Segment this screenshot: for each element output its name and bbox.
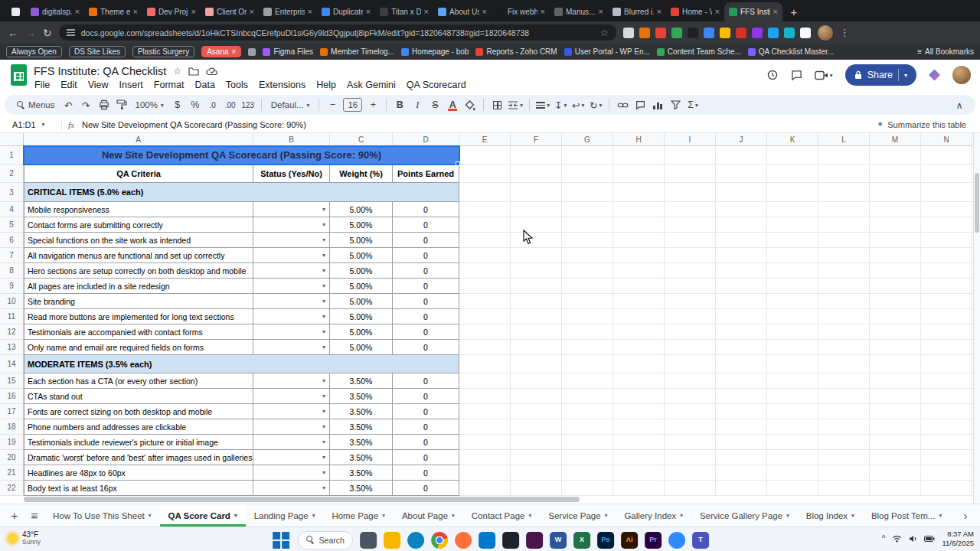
extension-icon[interactable] bbox=[784, 28, 795, 38]
row-header[interactable]: 8 bbox=[0, 263, 24, 279]
tab-group-chip[interactable]: DS Site Likes bbox=[69, 46, 126, 57]
tab-group-chip[interactable]: Plastic Surgery bbox=[132, 46, 194, 57]
url-bar[interactable]: docs.google.com/spreadsheets/d/1oHkCTSIn… bbox=[59, 24, 616, 41]
criteria-cell[interactable]: Mobile responsiveness bbox=[24, 202, 253, 217]
dropdown-arrow-icon[interactable]: ▾ bbox=[322, 439, 325, 445]
points-cell[interactable]: 0 bbox=[393, 263, 459, 279]
taskbar-app-zoom[interactable] bbox=[668, 532, 685, 549]
status-cell[interactable]: ▾ bbox=[253, 217, 330, 233]
share-dropdown-icon[interactable]: ▾ bbox=[904, 72, 907, 79]
browser-tab[interactable]: Titan x Di...× bbox=[375, 2, 433, 21]
sheet-tab[interactable]: Landing Page▾ bbox=[246, 504, 324, 527]
points-cell[interactable]: 0 bbox=[393, 279, 459, 294]
row-header[interactable]: 22 bbox=[0, 481, 24, 496]
taskbar-app-vscode[interactable] bbox=[479, 532, 495, 549]
dropdown-arrow-icon[interactable]: ▾ bbox=[322, 252, 325, 259]
row-header[interactable]: 21 bbox=[0, 465, 24, 481]
extension-icon[interactable] bbox=[736, 28, 746, 38]
weight-cell[interactable]: 5.00% bbox=[330, 340, 393, 355]
dropdown-arrow-icon[interactable]: ▾ bbox=[322, 282, 325, 289]
weight-cell[interactable]: 3.50% bbox=[330, 373, 393, 389]
row-header[interactable]: 4 bbox=[0, 202, 24, 217]
empty-cells-region[interactable] bbox=[459, 450, 973, 465]
criteria-cell[interactable]: Testimonials include reviewer's picture … bbox=[24, 435, 253, 450]
status-cell[interactable]: ▾ bbox=[253, 373, 330, 389]
empty-cells-region[interactable] bbox=[459, 309, 973, 324]
dropdown-arrow-icon[interactable]: ▾ bbox=[322, 469, 325, 476]
dropdown-arrow-icon[interactable]: ▾ bbox=[322, 328, 325, 335]
sheet-tab[interactable]: Home Page▾ bbox=[323, 504, 394, 527]
status-cell[interactable]: ▾ bbox=[253, 404, 330, 419]
browser-tab[interactable]: FFS Insti...× bbox=[724, 2, 782, 21]
tab-close-icon[interactable]: × bbox=[133, 8, 138, 16]
tab-close-icon[interactable]: × bbox=[657, 8, 662, 16]
sheets-logo-icon[interactable] bbox=[11, 64, 27, 86]
insert-comment-button[interactable] bbox=[632, 96, 648, 113]
empty-cells-region[interactable] bbox=[459, 233, 973, 248]
tab-close-icon[interactable]: × bbox=[191, 8, 196, 16]
extension-icon[interactable] bbox=[800, 28, 811, 38]
new-tab-button[interactable]: + bbox=[786, 3, 802, 20]
create-filter-button[interactable] bbox=[667, 96, 684, 113]
criteria-cell[interactable]: CTAs stand out bbox=[24, 389, 253, 404]
dropdown-arrow-icon[interactable]: ▾ bbox=[322, 298, 325, 305]
format-currency-button[interactable]: $ bbox=[169, 96, 186, 113]
taskbar-app-word[interactable]: W bbox=[550, 532, 567, 549]
criteria-cell[interactable]: Phone numbers and addresses are clickabl… bbox=[24, 419, 253, 435]
format-percent-button[interactable]: % bbox=[187, 96, 204, 113]
dropdown-arrow-icon[interactable]: ▾ bbox=[322, 393, 325, 399]
row-header[interactable]: 19 bbox=[0, 435, 24, 450]
sheet-tab[interactable]: QA Score Card▾ bbox=[160, 504, 246, 527]
weather-widget[interactable]: 43°F Sunny bbox=[8, 530, 41, 546]
taskbar-app-file-explorer[interactable] bbox=[384, 532, 400, 549]
weight-cell[interactable]: 3.50% bbox=[330, 450, 393, 465]
bookmark-item[interactable]: QA Checklist Master... bbox=[748, 47, 834, 56]
browser-tab[interactable]: Duplicate...× bbox=[317, 2, 375, 21]
points-cell[interactable]: 0 bbox=[393, 419, 459, 435]
url-text[interactable]: docs.google.com/spreadsheets/d/1oHkCTSIn… bbox=[81, 28, 594, 37]
empty-cells-region[interactable] bbox=[459, 340, 973, 355]
row-header[interactable]: 3 bbox=[0, 183, 24, 202]
row-header[interactable]: 11 bbox=[0, 309, 24, 324]
menu-data[interactable]: Data bbox=[189, 78, 220, 92]
taskbar-app-terminal[interactable] bbox=[502, 532, 519, 549]
star-icon[interactable]: ☆ bbox=[173, 66, 181, 77]
browser-tab[interactable]: Client Onb...× bbox=[201, 2, 259, 21]
row-header[interactable]: 20 bbox=[0, 450, 24, 465]
menu-extensions[interactable]: Extensions bbox=[253, 78, 311, 92]
empty-cells-region[interactable] bbox=[459, 389, 973, 404]
criteria-cell[interactable]: Headlines are 48px to 60px bbox=[24, 465, 253, 481]
empty-cells-region[interactable] bbox=[459, 404, 973, 419]
bookmark-favicon-icon[interactable] bbox=[248, 48, 256, 56]
extension-icon[interactable] bbox=[768, 28, 779, 38]
status-cell[interactable]: ▾ bbox=[253, 419, 330, 435]
sheet-tab[interactable]: About Page▾ bbox=[394, 504, 463, 527]
browser-tab[interactable]: Dev Proj...× bbox=[142, 2, 201, 21]
select-all-corner[interactable] bbox=[0, 133, 24, 145]
tab-close-icon[interactable]: × bbox=[366, 8, 371, 16]
battery-icon[interactable] bbox=[924, 536, 935, 542]
taskbar-app-task-view[interactable] bbox=[360, 532, 377, 549]
status-cell[interactable]: ▾ bbox=[253, 294, 330, 309]
empty-cells-region[interactable] bbox=[459, 481, 973, 496]
row-header[interactable]: 14 bbox=[0, 355, 24, 373]
decrease-font-size-button[interactable]: − bbox=[324, 96, 341, 113]
dropdown-arrow-icon[interactable]: ▾ bbox=[322, 221, 325, 228]
menu-tools[interactable]: Tools bbox=[220, 78, 253, 92]
sheet-tab[interactable]: Blog Post Tem...▾ bbox=[863, 504, 950, 527]
browser-tab[interactable]: Home - V...× bbox=[666, 2, 724, 21]
bold-button[interactable]: B bbox=[391, 96, 408, 113]
points-cell[interactable]: 0 bbox=[393, 481, 459, 496]
status-cell[interactable]: ▾ bbox=[253, 233, 330, 248]
column-header[interactable]: E bbox=[459, 133, 511, 145]
dropdown-arrow-icon[interactable]: ▾ bbox=[322, 408, 325, 415]
points-cell[interactable]: 0 bbox=[393, 389, 459, 404]
dropdown-arrow-icon[interactable]: ▾ bbox=[322, 484, 325, 491]
weight-cell[interactable]: 5.00% bbox=[330, 279, 393, 294]
tab-close-icon[interactable]: × bbox=[599, 8, 603, 16]
chevron-down-icon[interactable]: ▾ bbox=[939, 512, 942, 519]
criteria-cell[interactable]: Contact forms are submitting correctly bbox=[24, 217, 253, 233]
move-folder-icon[interactable] bbox=[188, 67, 199, 76]
menu-format[interactable]: Format bbox=[149, 78, 190, 92]
empty-cells-region[interactable] bbox=[459, 355, 973, 373]
